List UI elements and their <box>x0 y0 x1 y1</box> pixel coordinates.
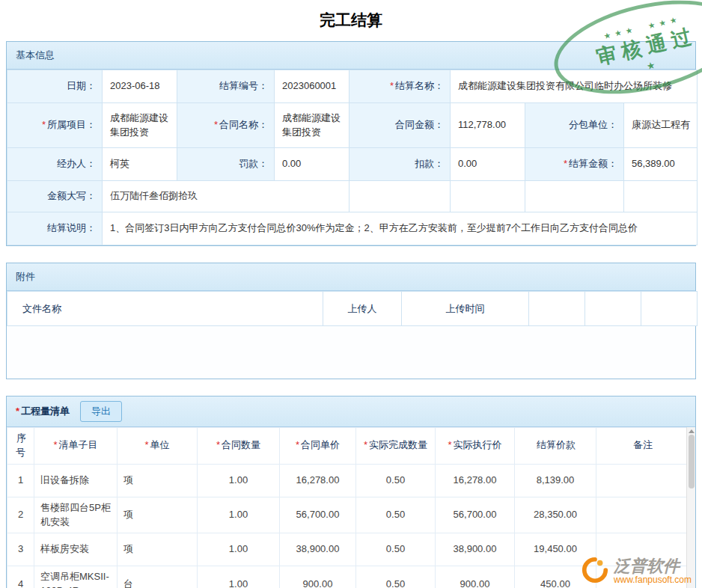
export-button[interactable]: 导出 <box>80 401 122 422</box>
table-row: 1 旧设备拆除 项 1.00 16,278.00 0.50 16,278.00 … <box>7 464 689 497</box>
cell-qty: 1.00 <box>198 533 280 566</box>
col-unit: *单位 <box>117 428 198 465</box>
field-label-date: 日期： <box>7 70 103 103</box>
cell-done-qty: 0.50 <box>356 533 436 566</box>
cell-exec-price: 900.00 <box>436 566 515 588</box>
cell-seq: 3 <box>7 533 34 566</box>
field-value-settle-name: 成都能源建设集团投资有限公司临时办公场所装修 <box>451 70 698 103</box>
col-label: 实际完成数量 <box>369 439 427 450</box>
col-label: 结算价款 <box>537 439 576 450</box>
attachments-col-upload-time: 上传时间 <box>402 292 529 326</box>
col-price: *合同单价 <box>280 428 356 465</box>
cell-price: 16,278.00 <box>280 464 356 497</box>
field-label-penalty: 罚款： <box>177 148 275 181</box>
fanpu-watermark: 泛普软件 www.fanpusoft.com <box>581 556 692 587</box>
required-mark: * <box>364 439 367 450</box>
col-label: 清单子目 <box>59 439 98 450</box>
field-value-settle-amount: 56,389.00 <box>624 148 698 181</box>
cell-item: 样板房安装 <box>34 533 117 566</box>
col-note: 备注 <box>596 428 689 465</box>
field-label-amount-words: 金额大写： <box>7 181 103 212</box>
attachments-col-empty <box>585 292 641 326</box>
field-label-text: 分包单位： <box>569 119 617 130</box>
cell-price: 38,900.00 <box>280 533 356 566</box>
cell-qty: 1.00 <box>198 566 280 588</box>
attachments-panel-title: 附件 <box>7 263 695 291</box>
field-value-contract-name: 成都能源建设集团投资 <box>275 103 350 148</box>
fanpu-brand-text: 泛普软件 <box>614 557 680 575</box>
required-mark: * <box>296 439 299 450</box>
cell-seq: 2 <box>7 497 34 533</box>
field-label-text: 结算名称： <box>395 80 444 91</box>
col-seq: 序号 <box>7 428 34 465</box>
field-label-text: 结算说明： <box>47 222 96 233</box>
basic-info-panel-title: 基本信息 <box>7 42 695 70</box>
page-title: 完工结算 <box>0 0 702 41</box>
col-settle-price: 结算价款 <box>515 428 596 465</box>
field-label-text: 扣款： <box>415 158 444 169</box>
cell-unit: 项 <box>117 464 198 497</box>
field-value-project: 成都能源建设集团投资 <box>103 103 177 148</box>
cell-item: 旧设备拆除 <box>34 464 117 497</box>
field-label-text: 合同金额： <box>395 119 444 130</box>
field-label-contract-amount: 合同金额： <box>350 103 451 148</box>
cell-unit: 台 <box>117 566 198 588</box>
field-label-text: 所属项目： <box>47 119 96 130</box>
basic-info-panel: 基本信息 日期： 2023-06-18 结算编号： 2023060001 *结算… <box>6 41 696 246</box>
field-value-subcontractor: 康源达工程有 <box>624 103 698 148</box>
required-mark: * <box>216 439 220 450</box>
fanpu-url-text: www.fanpusoft.com <box>614 575 692 586</box>
required-mark: * <box>42 119 46 130</box>
cell-note <box>596 497 689 533</box>
field-label-settle-amount: *结算金额： <box>525 148 624 181</box>
empty-cell <box>525 181 624 212</box>
cell-seq: 1 <box>7 464 34 497</box>
empty-cell <box>624 181 698 212</box>
attachments-table: 文件名称 上传人 上传时间 <box>7 291 698 326</box>
required-mark: * <box>390 80 394 91</box>
attachments-col-uploader: 上传人 <box>323 292 402 326</box>
attachments-col-file-name: 文件名称 <box>7 292 323 326</box>
field-label-note: 结算说明： <box>7 212 103 245</box>
cell-exec-price: 16,278.00 <box>436 464 515 497</box>
col-qty: *合同数量 <box>198 428 280 465</box>
attachments-empty-area <box>7 326 695 379</box>
required-mark: * <box>214 119 218 130</box>
cell-settle-price: 8,139.00 <box>515 464 596 497</box>
col-exec-price: *实际执行价 <box>436 428 515 465</box>
required-mark: * <box>16 405 19 417</box>
field-label-text: 结算金额： <box>569 158 617 169</box>
field-value-amount-words: 伍万陆仟叁佰捌拾玖 <box>103 181 350 212</box>
col-label: 单位 <box>150 439 170 450</box>
empty-cell <box>451 181 525 212</box>
required-mark: * <box>448 439 451 450</box>
attachments-col-empty <box>641 292 698 326</box>
field-label-project: *所属项目： <box>7 103 103 148</box>
scroll-up-icon[interactable] <box>689 429 695 433</box>
field-label-text: 金额大写： <box>47 190 96 201</box>
scrollbar-thumb[interactable] <box>689 435 695 489</box>
fanpu-logo-icon <box>581 556 609 587</box>
col-done-qty: *实际完成数量 <box>356 428 436 465</box>
required-mark: * <box>53 439 57 450</box>
basic-info-table: 日期： 2023-06-18 结算编号： 2023060001 *结算名称： 成… <box>7 70 698 245</box>
col-label: 合同单价 <box>301 439 340 450</box>
field-value-deduction: 0.00 <box>451 148 525 181</box>
quantity-list-title-text: 工程量清单 <box>21 405 70 417</box>
cell-unit: 项 <box>117 533 198 566</box>
cell-exec-price: 38,900.00 <box>436 533 515 566</box>
col-label: 实际执行价 <box>454 439 502 450</box>
field-label-text: 结算编号： <box>219 80 268 91</box>
field-value-date: 2023-06-18 <box>103 70 177 103</box>
required-mark: * <box>564 158 567 169</box>
attachments-col-empty <box>529 292 585 326</box>
cell-done-qty: 0.50 <box>356 497 436 533</box>
table-row: 2 售楼部四台5P柜机安装 项 1.00 56,700.00 0.50 56,7… <box>7 497 689 533</box>
required-mark: * <box>144 439 148 450</box>
field-label-text: 日期： <box>67 80 96 91</box>
empty-cell <box>350 181 451 212</box>
cell-unit: 项 <box>117 497 198 533</box>
cell-done-qty: 0.50 <box>356 566 436 588</box>
field-label-subcontractor: 分包单位： <box>525 103 624 148</box>
field-label-text: 罚款： <box>239 158 268 169</box>
